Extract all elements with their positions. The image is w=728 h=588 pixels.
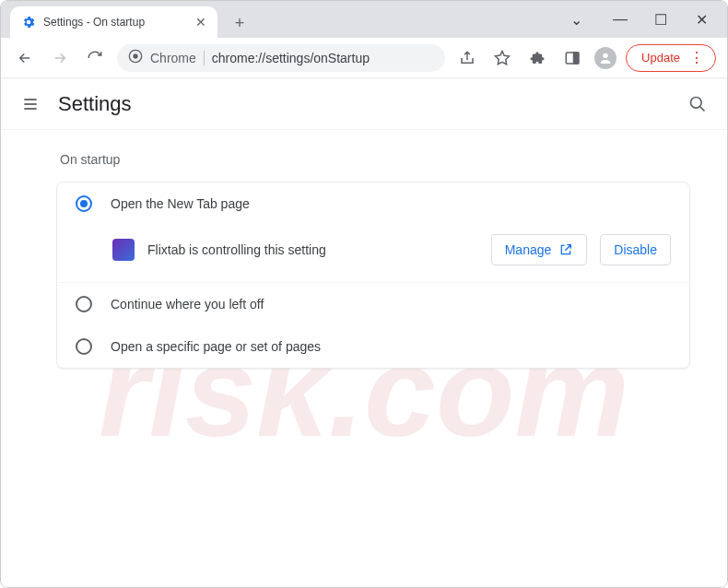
share-icon[interactable] bbox=[454, 45, 480, 71]
radio-checked-icon bbox=[76, 195, 92, 212]
radio-label: Open the New Tab page bbox=[111, 196, 250, 211]
content-area: PC risk.com Settings On startup Open the… bbox=[1, 78, 727, 588]
disable-label: Disable bbox=[614, 242, 657, 257]
startup-options-card: Open the New Tab page Flixtab is control… bbox=[56, 182, 690, 369]
gear-icon bbox=[21, 15, 36, 29]
address-bar[interactable]: Chrome chrome://settings/onStartup bbox=[117, 44, 445, 72]
extensions-puzzle-icon[interactable] bbox=[524, 45, 550, 71]
disable-button[interactable]: Disable bbox=[600, 234, 671, 265]
profile-avatar[interactable] bbox=[594, 47, 616, 69]
radio-label: Continue where you left off bbox=[111, 297, 264, 312]
menu-dots-icon[interactable]: ⋮ bbox=[689, 51, 704, 65]
browser-toolbar: Chrome chrome://settings/onStartup Updat… bbox=[1, 38, 727, 78]
svg-rect-3 bbox=[574, 53, 579, 64]
back-button[interactable] bbox=[12, 45, 38, 71]
radio-option-specific-pages[interactable]: Open a specific page or set of pages bbox=[57, 325, 689, 368]
search-icon[interactable] bbox=[687, 93, 709, 115]
radio-option-continue[interactable]: Continue where you left off bbox=[57, 283, 689, 325]
svg-point-5 bbox=[691, 97, 702, 108]
chrome-site-icon bbox=[128, 49, 143, 66]
forward-button[interactable] bbox=[47, 45, 73, 71]
window-titlebar: Settings - On startup ✕ + ⌄ — ☐ ✕ bbox=[1, 1, 727, 38]
settings-body: On startup Open the New Tab page Flixtab… bbox=[1, 130, 727, 369]
window-controls: ⌄ — ☐ ✕ bbox=[558, 1, 720, 38]
extension-notice-text: Flixtab is controlling this setting bbox=[147, 242, 478, 257]
bookmark-star-icon[interactable] bbox=[489, 45, 515, 71]
minimize-button[interactable]: — bbox=[602, 6, 639, 33]
close-tab-icon[interactable]: ✕ bbox=[195, 15, 206, 29]
tab-search-chevron-icon[interactable]: ⌄ bbox=[558, 6, 594, 33]
update-label: Update bbox=[641, 51, 680, 65]
reload-button[interactable] bbox=[82, 45, 108, 71]
external-link-icon bbox=[558, 242, 573, 257]
extension-notice: Flixtab is controlling this setting Mana… bbox=[57, 225, 689, 283]
url-scheme: Chrome bbox=[150, 51, 196, 65]
extension-badge-icon bbox=[112, 239, 135, 261]
tab-title: Settings - On startup bbox=[43, 16, 188, 29]
new-tab-button[interactable]: + bbox=[227, 10, 252, 36]
manage-button[interactable]: Manage bbox=[491, 234, 588, 265]
radio-unchecked-icon bbox=[76, 338, 92, 355]
url-divider bbox=[204, 51, 205, 65]
radio-option-new-tab[interactable]: Open the New Tab page bbox=[57, 182, 689, 225]
manage-label: Manage bbox=[505, 242, 552, 257]
browser-tab[interactable]: Settings - On startup ✕ bbox=[10, 6, 217, 38]
radio-unchecked-icon bbox=[76, 296, 92, 312]
hamburger-menu-icon[interactable] bbox=[19, 93, 41, 115]
page-title: Settings bbox=[58, 92, 132, 116]
settings-header: Settings bbox=[1, 78, 727, 130]
svg-point-1 bbox=[133, 53, 137, 58]
url-path: chrome://settings/onStartup bbox=[212, 51, 370, 65]
radio-label: Open a specific page or set of pages bbox=[111, 339, 321, 354]
update-button[interactable]: Update ⋮ bbox=[626, 44, 716, 72]
maximize-button[interactable]: ☐ bbox=[642, 6, 679, 33]
close-window-button[interactable]: ✕ bbox=[683, 6, 720, 33]
svg-point-4 bbox=[603, 53, 607, 57]
section-title: On startup bbox=[56, 152, 690, 167]
side-panel-icon[interactable] bbox=[559, 45, 585, 71]
